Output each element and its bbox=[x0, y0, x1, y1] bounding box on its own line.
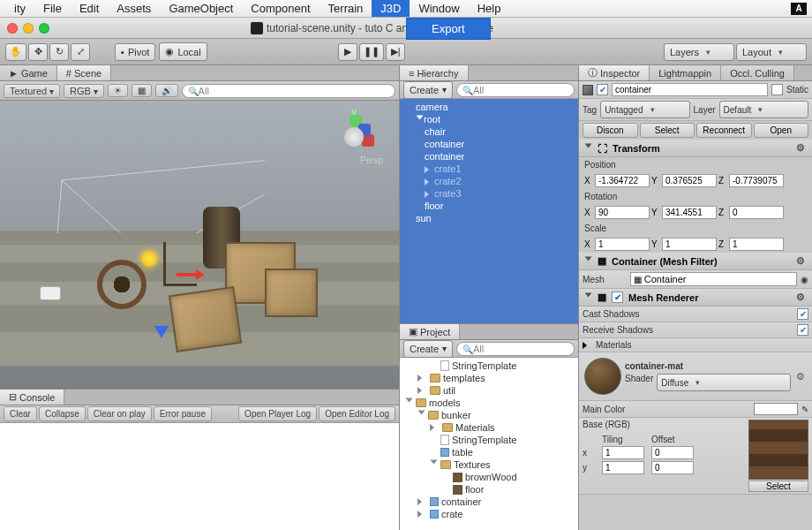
move-gizmo-x-icon[interactable] bbox=[177, 273, 203, 276]
mesh-field[interactable]: ▦ Container bbox=[630, 272, 797, 286]
pivot-toggle-button[interactable]: ▪ Pivot bbox=[115, 43, 155, 61]
hierarchy-create-dropdown[interactable]: Create ▾ bbox=[403, 81, 453, 99]
draw-mode-dropdown[interactable]: Textured ▾ bbox=[4, 84, 60, 98]
menu-gameobject[interactable]: GameObject bbox=[160, 0, 242, 17]
meshfilter-gear-icon[interactable]: ⚙ bbox=[794, 255, 807, 267]
castshadows-checkbox[interactable]: ✔ bbox=[797, 308, 808, 320]
scale-z-input[interactable] bbox=[729, 238, 784, 251]
minimize-window-button[interactable] bbox=[23, 23, 34, 34]
menu-j3d[interactable]: J3D bbox=[372, 0, 410, 17]
hierarchy-item[interactable]: camera bbox=[400, 101, 578, 113]
console-clear-button[interactable]: Clear bbox=[4, 406, 37, 421]
projection-label[interactable]: Persp bbox=[360, 155, 383, 165]
zoom-window-button[interactable] bbox=[39, 23, 49, 34]
mesh-picker-icon[interactable]: ◉ bbox=[801, 275, 808, 284]
tab-game[interactable]: ► Game bbox=[0, 65, 57, 80]
menu-edit[interactable]: Edit bbox=[71, 0, 108, 17]
offset-x-input[interactable] bbox=[651, 446, 694, 459]
position-x-input[interactable] bbox=[595, 174, 650, 187]
hierarchy-item[interactable]: container bbox=[400, 138, 578, 150]
step-button[interactable]: ▶| bbox=[386, 43, 405, 61]
tab-scene[interactable]: # Scene bbox=[57, 65, 111, 80]
j3d-export-menuitem[interactable]: Export bbox=[406, 18, 491, 40]
maincolor-swatch[interactable] bbox=[754, 403, 798, 415]
project-tree[interactable]: StringTemplatetemplatesutilmodelsbunkerM… bbox=[400, 358, 578, 530]
pause-button[interactable]: ❚❚ bbox=[359, 43, 384, 61]
project-item[interactable]: brownWood bbox=[400, 471, 578, 483]
scale-y-input[interactable] bbox=[662, 238, 717, 251]
project-item[interactable]: util bbox=[400, 384, 578, 397]
scene-search-input[interactable]: 🔍All bbox=[182, 84, 395, 98]
local-toggle-button[interactable]: ◉ Local bbox=[159, 42, 207, 61]
meshrenderer-gear-icon[interactable]: ⚙ bbox=[794, 292, 807, 303]
tab-project[interactable]: ▣ Project bbox=[400, 324, 460, 339]
project-create-dropdown[interactable]: Create ▾ bbox=[403, 340, 453, 358]
hierarchy-item[interactable]: chair bbox=[400, 125, 578, 138]
tiling-x-input[interactable] bbox=[602, 446, 644, 459]
scale-x-input[interactable] bbox=[595, 238, 650, 251]
move-gizmo-z-icon[interactable] bbox=[154, 326, 169, 345]
hierarchy-item[interactable]: crate2 bbox=[400, 175, 578, 187]
scene-light-toggle[interactable]: ☀ bbox=[108, 84, 128, 97]
render-mode-dropdown[interactable]: RGB ▾ bbox=[64, 84, 104, 98]
open-editor-log-button[interactable]: Open Editor Log bbox=[319, 406, 395, 421]
scene-fx-toggle[interactable]: ▦ bbox=[132, 84, 152, 97]
gameobject-active-checkbox[interactable]: ✔ bbox=[597, 84, 608, 95]
menu-file[interactable]: File bbox=[34, 0, 71, 17]
hierarchy-tree[interactable]: camerarootchaircontainercontainercrate1c… bbox=[400, 99, 578, 323]
tab-inspector[interactable]: ⓘ Inspector bbox=[579, 65, 650, 80]
scene-audio-toggle[interactable]: 🔊 bbox=[155, 84, 178, 97]
tag-dropdown[interactable]: Untagged bbox=[600, 101, 689, 118]
menu-terrain[interactable]: Terrain bbox=[320, 0, 372, 17]
rotation-x-input[interactable] bbox=[595, 206, 650, 219]
meshrenderer-header[interactable]: ▦ ✔ Mesh Renderer⚙ bbox=[579, 289, 812, 307]
hierarchy-item[interactable]: floor bbox=[400, 200, 578, 212]
hierarchy-search-input[interactable]: 🔍All bbox=[456, 83, 575, 97]
project-item[interactable]: StringTemplate bbox=[400, 434, 578, 446]
meshfilter-header[interactable]: ▦ Container (Mesh Filter)⚙ bbox=[579, 253, 812, 270]
rotate-tool-button[interactable]: ↻ bbox=[49, 43, 69, 61]
play-button[interactable]: ▶ bbox=[338, 43, 357, 61]
project-item[interactable]: bunker bbox=[400, 409, 578, 421]
hierarchy-item[interactable]: root bbox=[400, 113, 578, 125]
transform-gear-icon[interactable]: ⚙ bbox=[794, 142, 807, 154]
menu-window[interactable]: Window bbox=[410, 0, 468, 17]
rotation-y-input[interactable] bbox=[662, 206, 717, 219]
orientation-gizmo[interactable]: y x z bbox=[328, 110, 381, 163]
project-item[interactable]: container bbox=[400, 496, 578, 508]
shader-dropdown[interactable]: Diffuse bbox=[657, 374, 791, 391]
texture-select-button[interactable]: Select bbox=[748, 481, 808, 492]
prefab-reconnect-button[interactable]: Reconnect bbox=[696, 123, 752, 138]
menu-assets[interactable]: Assets bbox=[108, 0, 160, 17]
prefab-select-button[interactable]: Select bbox=[640, 123, 695, 138]
texture-preview[interactable] bbox=[748, 420, 808, 480]
scale-tool-button[interactable]: ⤢ bbox=[71, 43, 90, 61]
project-item[interactable]: Textures bbox=[400, 458, 578, 471]
menu-help[interactable]: Help bbox=[469, 0, 510, 17]
position-y-input[interactable] bbox=[662, 174, 717, 187]
project-item[interactable]: crate bbox=[400, 508, 578, 520]
console-errorpause-button[interactable]: Error pause bbox=[154, 406, 212, 421]
material-gear-icon[interactable]: ⚙ bbox=[794, 371, 807, 382]
hierarchy-item[interactable]: crate1 bbox=[400, 163, 578, 175]
position-z-input[interactable] bbox=[729, 174, 784, 187]
layer-dropdown[interactable]: Default bbox=[719, 101, 808, 118]
prefab-open-button[interactable]: Open bbox=[754, 123, 809, 138]
tab-console[interactable]: ⊟ Console bbox=[0, 390, 64, 405]
offset-y-input[interactable] bbox=[651, 461, 694, 474]
color-picker-icon[interactable]: ✎ bbox=[801, 405, 808, 414]
project-item[interactable]: models bbox=[400, 397, 578, 409]
materials-label[interactable]: Materials bbox=[596, 340, 632, 350]
scene-viewport[interactable]: y x z Persp bbox=[0, 101, 399, 389]
rotation-z-input[interactable] bbox=[729, 206, 784, 219]
hierarchy-item[interactable]: crate3 bbox=[400, 187, 578, 200]
project-item[interactable]: Materials bbox=[400, 421, 578, 434]
project-item[interactable]: table bbox=[400, 446, 578, 458]
tab-occlusion[interactable]: Occl. Culling bbox=[721, 65, 794, 80]
move-tool-button[interactable]: ✥ bbox=[28, 43, 48, 61]
open-player-log-button[interactable]: Open Player Log bbox=[238, 406, 317, 421]
console-clearonplay-button[interactable]: Clear on play bbox=[87, 406, 152, 421]
transform-header[interactable]: ⛶ Transform⚙ bbox=[579, 140, 812, 157]
layout-dropdown[interactable]: Layout bbox=[736, 43, 807, 61]
menu-component[interactable]: Component bbox=[242, 0, 319, 17]
